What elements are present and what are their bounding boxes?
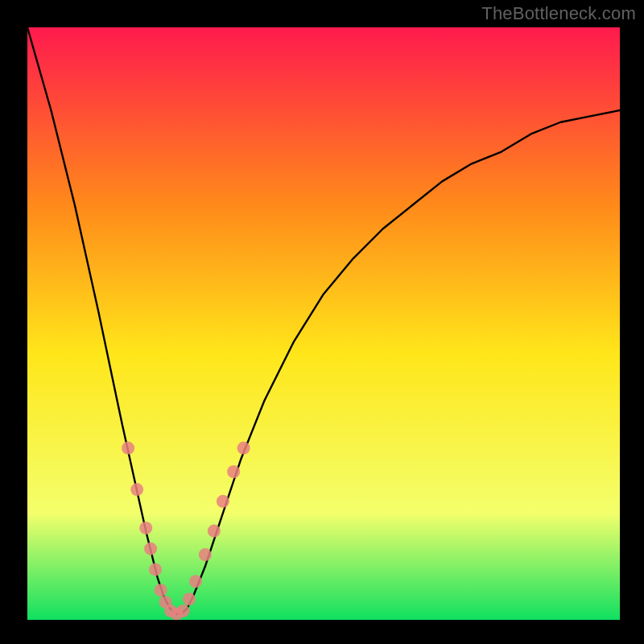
highlight-dot: [208, 525, 221, 538]
highlight-dot: [122, 442, 134, 455]
highlight-dot: [217, 495, 229, 508]
highlight-dot: [227, 465, 240, 478]
highlight-dot: [149, 563, 162, 576]
highlight-dot: [139, 522, 152, 535]
highlight-dot: [189, 575, 202, 588]
highlight-dot: [177, 605, 190, 617]
gradient-bg: [27, 27, 620, 620]
watermark-text: TheBottleneck.com: [481, 3, 636, 24]
chart-svg: [27, 27, 620, 620]
highlight-dot: [199, 548, 212, 561]
highlight-dot: [144, 543, 157, 555]
plot-area: [27, 27, 620, 620]
highlight-dot: [155, 584, 167, 597]
highlight-dot: [237, 442, 250, 455]
highlight-dot: [183, 592, 196, 605]
chart-frame: TheBottleneck.com: [0, 0, 644, 644]
highlight-dot: [130, 483, 143, 496]
